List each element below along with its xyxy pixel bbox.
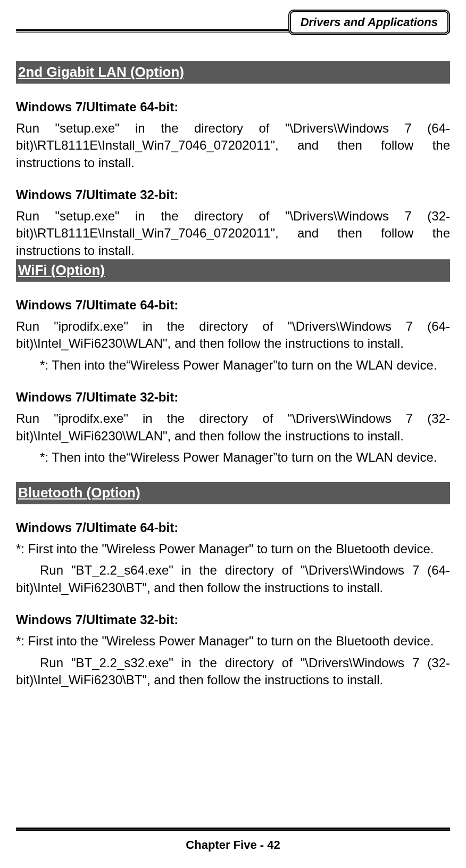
section-header-lan: 2nd Gigabit LAN (Option) <box>16 61 450 84</box>
bt-win32-pre: *: First into the "Wireless Power Manage… <box>16 633 450 650</box>
wifi-win32-note: *: Then into the“Wireless Power Manager”… <box>16 449 450 466</box>
bt-win32-body: Run "BT_2.2_s32.exe" in the directory of… <box>16 654 450 689</box>
lan-win32-body: Run "setup.exe" in the directory of "\Dr… <box>16 208 450 259</box>
bt-win64-pre: *: First into the "Wireless Power Manage… <box>16 541 450 558</box>
section-header-wifi: WiFi (Option) <box>16 259 450 282</box>
lan-win32-heading: Windows 7/Ultimate 32-bit: <box>16 187 450 202</box>
page-footer: Chapter Five - 42 <box>0 838 466 852</box>
bt-win64-heading: Windows 7/Ultimate 64-bit: <box>16 520 450 535</box>
header-box: Drivers and Applications <box>288 10 450 35</box>
wifi-win64-heading: Windows 7/Ultimate 64-bit: <box>16 298 450 313</box>
bt-win32-heading: Windows 7/Ultimate 32-bit: <box>16 612 450 627</box>
wifi-win64-body: Run "iprodifx.exe" in the directory of "… <box>16 318 450 353</box>
lan-win64-body: Run "setup.exe" in the directory of "\Dr… <box>16 120 450 171</box>
wifi-win32-body: Run "iprodifx.exe" in the directory of "… <box>16 410 450 445</box>
bt-win64-body: Run "BT_2.2_s64.exe" in the directory of… <box>16 562 450 596</box>
lan-win64-heading: Windows 7/Ultimate 64-bit: <box>16 100 450 114</box>
bt-win64-body-text: Run "BT_2.2_s64.exe" in the directory of… <box>16 562 450 596</box>
wifi-win64-note: *: Then into the“Wireless Power Manager”… <box>16 357 450 374</box>
wifi-win32-heading: Windows 7/Ultimate 32-bit: <box>16 390 450 405</box>
bottom-divider <box>16 828 450 831</box>
page-content: 2nd Gigabit LAN (Option) Windows 7/Ultim… <box>16 11 450 689</box>
bt-win32-body-text: Run "BT_2.2_s32.exe" in the directory of… <box>16 654 450 689</box>
section-header-bluetooth: Bluetooth (Option) <box>16 482 450 504</box>
header-title: Drivers and Applications <box>301 15 438 29</box>
